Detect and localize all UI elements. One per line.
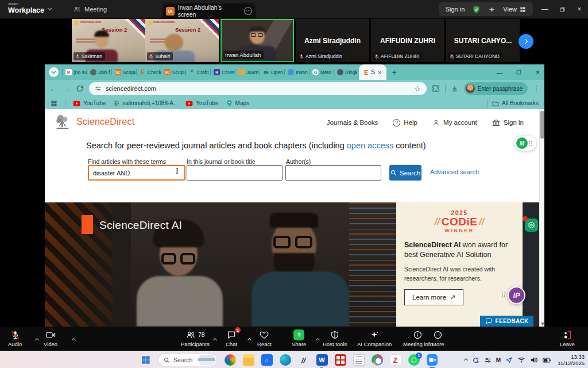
settings-sliders-tray-icon[interactable] [484, 356, 492, 364]
apps-grid-icon[interactable] [51, 100, 57, 107]
page-scrollbar[interactable] [539, 109, 544, 327]
browser-minimize-button[interactable]: — [496, 69, 502, 76]
video-options-chevron[interactable] [72, 334, 75, 344]
audio-options-chevron[interactable] [36, 334, 38, 344]
close-button[interactable]: × [571, 0, 588, 18]
notes-app-icon[interactable] [353, 354, 365, 366]
extensions-icon[interactable] [432, 85, 440, 93]
video-button[interactable]: Video [44, 329, 57, 347]
browser-tab[interactable]: SCScopu [161, 64, 185, 80]
screen-share-tab[interactable]: IA Irwan Abdullah's screen ⋯ [163, 3, 256, 18]
edge-app-icon[interactable] [279, 354, 291, 366]
ai-sparkle-icon[interactable] [488, 6, 496, 13]
hidden-icons-chevron[interactable] [464, 358, 468, 362]
browser-maximize-button[interactable] [516, 70, 521, 75]
view-button[interactable]: View [503, 6, 526, 13]
sync-tray-icon[interactable] [472, 356, 479, 364]
battery-tray-icon[interactable] [543, 357, 551, 363]
close-tab-icon[interactable]: × [378, 69, 381, 76]
download-icon[interactable] [451, 85, 459, 93]
name-tile-afifudin[interactable]: AFIFUDIN ZUHRI AFIFUDIN ZUHRI [371, 19, 444, 62]
reload-button[interactable] [76, 85, 84, 93]
minimize-button[interactable]: — [536, 0, 554, 18]
scrollbar-thumb[interactable] [540, 111, 544, 139]
bookmark-star-icon[interactable]: ☆ [414, 85, 421, 93]
chrome-app-icon[interactable] [371, 354, 383, 366]
chat-button[interactable]: 1 Chat [226, 329, 237, 347]
browser-menu-icon[interactable]: ⋮ [533, 85, 540, 93]
participants-options-chevron[interactable] [214, 334, 216, 344]
taskbar-search-box[interactable]: Search [158, 354, 218, 366]
volume-tray-icon[interactable] [530, 356, 538, 363]
participants-button[interactable]: 78 Participants [181, 329, 210, 347]
bookmark-youtube-2[interactable]: YouTube [185, 100, 218, 106]
next-page-participants-button[interactable] [519, 34, 533, 49]
taskbar-clock[interactable]: 13:33 11/12/2025 [558, 354, 585, 367]
extension-widget[interactable]: M [514, 136, 536, 151]
workspace-chevron-icon[interactable] [48, 6, 52, 10]
bookmark-salimnahdi[interactable]: salimnahdi,+1088-A... [113, 100, 178, 106]
maximize-button[interactable] [554, 0, 571, 18]
whatsapp-app-icon[interactable]: 1 [408, 354, 420, 366]
browser-close-button[interactable]: × [535, 68, 540, 76]
name-tile-azmi[interactable]: Azmi Siradjuddin Azmi Siradjuddin [296, 19, 369, 62]
browser-tab[interactable]: M(no su [62, 64, 87, 80]
address-bar[interactable]: sciencedirect.com ☆ [89, 82, 427, 95]
scroll-down-arrow[interactable] [541, 323, 544, 325]
browser-tab[interactable]: *Crafti [185, 64, 210, 80]
chat-options-chevron[interactable] [248, 334, 251, 344]
author-input[interactable] [285, 165, 381, 181]
drag-handle-icon[interactable] [529, 141, 532, 146]
feedback-button[interactable]: FEEDBACK [480, 316, 533, 327]
all-bookmarks-button[interactable]: All Bookmarks [492, 100, 539, 106]
more-button[interactable]: More [432, 329, 444, 347]
learn-more-button[interactable]: Learn more↗ [404, 289, 463, 305]
video-tile-suhairi[interactable]: PASCASARJANA Session 2 Suhairi [145, 19, 219, 62]
tab-options-icon[interactable]: ⋯ [244, 7, 252, 15]
back-button[interactable]: ← [49, 84, 57, 93]
new-tab-button[interactable]: + [392, 68, 396, 77]
browser-tab[interactable]: Journ [235, 64, 260, 80]
journal-title-input[interactable] [187, 165, 283, 181]
m-extension-badge[interactable]: M [516, 137, 528, 149]
zoom-app-icon[interactable] [426, 354, 438, 366]
drag-handle-icon[interactable] [502, 292, 505, 297]
meeting-tab[interactable]: Meeting [74, 0, 107, 18]
nav-my-account[interactable]: My account [432, 119, 477, 126]
security-shield-icon[interactable] [472, 5, 481, 14]
react-button[interactable]: React [257, 329, 272, 347]
ai-companion-button[interactable]: AI Companion [357, 329, 392, 347]
nav-help[interactable]: ?Help [393, 119, 417, 126]
browser-tab[interactable]: RCross [210, 64, 235, 80]
sciencedirect-logo[interactable]: ScienceDirect [54, 113, 134, 131]
profile-button[interactable]: Enter passphrase [464, 82, 528, 95]
openathens-extension-badge[interactable] [525, 218, 538, 232]
tab-search-chevron[interactable] [49, 67, 59, 77]
zotero-app-icon[interactable]: Z [389, 354, 401, 366]
browser-tab[interactable]: Join f [87, 64, 111, 80]
active-tab-sciencedirect[interactable]: E S × [359, 64, 386, 80]
share-options-chevron[interactable] [316, 334, 319, 344]
nav-sign-in[interactable]: Sign in [492, 119, 524, 126]
browser-tab[interactable]: ECheck [136, 64, 161, 80]
start-button[interactable] [140, 354, 152, 366]
browser-tab[interactable]: GMeto [309, 64, 334, 80]
wifi-tray-icon[interactable] [517, 356, 525, 363]
advanced-search-link[interactable]: Advanced search [430, 168, 479, 175]
location-tray-icon[interactable] [505, 356, 513, 364]
search-highlight-image[interactable] [198, 355, 215, 365]
forward-button[interactable]: → [63, 84, 71, 93]
ip-extension-badge[interactable]: IP [508, 286, 525, 304]
terms-search-input[interactable] [88, 165, 185, 181]
leave-button[interactable]: Leave [560, 329, 575, 347]
copilot-app-icon[interactable] [224, 354, 236, 366]
share-button[interactable]: Share [292, 329, 306, 347]
red-tile-app-icon[interactable] [334, 354, 346, 366]
video-tile-irwan-abdullah-active[interactable]: Irwan Abdullah [220, 19, 294, 62]
browser-tab[interactable]: OHOpen [260, 64, 284, 80]
browser-tab[interactable]: Ringk [334, 64, 358, 80]
nav-journals-books[interactable]: Journals & Books [327, 119, 378, 126]
video-tile-sakirman[interactable]: PASCASARJANA Session 2 Sakirman [72, 19, 145, 62]
sciencedirect-ai-banner[interactable]: ScienceDirect AI [45, 202, 396, 327]
search-button[interactable]: Search [389, 165, 421, 181]
